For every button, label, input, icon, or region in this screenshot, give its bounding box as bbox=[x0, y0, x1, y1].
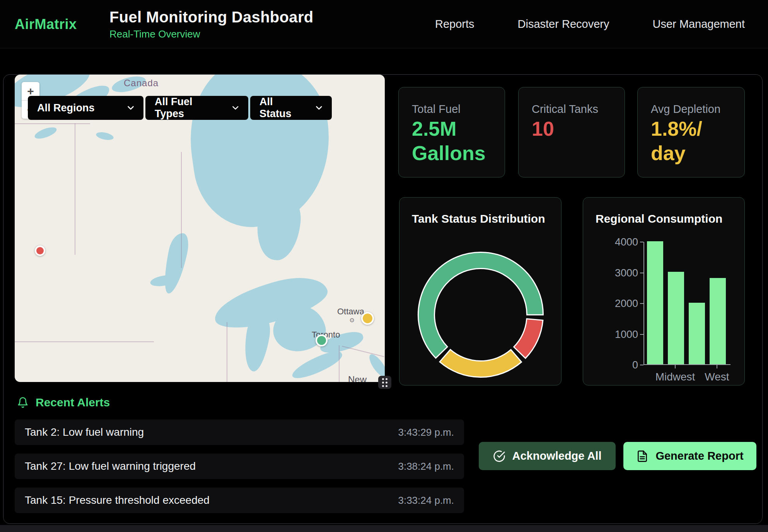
y-tick-label: 4000 bbox=[592, 236, 638, 248]
lake-shape bbox=[33, 125, 58, 141]
x-tick-mark bbox=[675, 365, 676, 368]
town-dot-icon: ⊙ bbox=[350, 317, 355, 324]
map-label-canada: Canada bbox=[124, 78, 159, 89]
generate-report-label: Generate Report bbox=[655, 450, 743, 462]
x-tick-label: Midwest bbox=[655, 371, 695, 383]
x-tick-mark bbox=[717, 365, 717, 368]
alert-timestamp: 3:33:24 p.m. bbox=[398, 494, 454, 506]
stat-value-line1: 2.5M bbox=[412, 118, 457, 140]
bar-Midwest bbox=[668, 272, 684, 364]
bell-icon bbox=[17, 396, 29, 409]
check-circle-icon bbox=[493, 450, 505, 462]
x-tick-label: West bbox=[705, 371, 729, 383]
stat-card-critical-tanks: Critical Tanks 10 bbox=[518, 87, 625, 177]
map-marker-normal[interactable] bbox=[316, 334, 328, 346]
fuel-type-filter-dropdown[interactable]: All Fuel Types bbox=[145, 96, 248, 120]
regional-consumption-bar-chart bbox=[643, 242, 730, 365]
tank-status-title: Tank Status Distribution bbox=[412, 212, 545, 225]
tank-status-card: Tank Status Distribution bbox=[399, 197, 561, 385]
nav-item-user-management[interactable]: User Management bbox=[652, 18, 745, 31]
file-text-icon bbox=[636, 450, 649, 462]
acknowledge-all-label: Acknowledge All bbox=[512, 450, 602, 462]
y-tick-mark bbox=[640, 303, 643, 304]
y-tick-mark bbox=[640, 273, 643, 273]
stat-label: Critical Tanks bbox=[532, 103, 598, 116]
recent-alerts-header: Recent Alerts bbox=[17, 396, 110, 409]
stat-value-line2: day bbox=[651, 142, 686, 164]
acknowledge-all-button[interactable]: Acknowledge All bbox=[479, 442, 616, 470]
y-tick-label: 2000 bbox=[592, 298, 638, 310]
lake-shape bbox=[96, 131, 114, 141]
brand-logo: AirMatrix bbox=[15, 0, 77, 48]
stat-card-total-fuel: Total Fuel 2.5M Gallons bbox=[398, 87, 505, 177]
y-tick-mark bbox=[640, 365, 643, 365]
lake-winnipeg-shape bbox=[160, 231, 191, 295]
status-filter-value: All Status bbox=[259, 96, 307, 120]
stat-value-line2: Gallons bbox=[412, 142, 486, 164]
alert-row[interactable]: Tank 2: Low fuel warning 3:43:29 p.m. bbox=[15, 419, 464, 445]
map-resize-handle[interactable] bbox=[378, 376, 391, 389]
recent-alerts-title: Recent Alerts bbox=[36, 396, 110, 409]
map-marker-critical[interactable] bbox=[35, 246, 45, 256]
stat-card-avg-depletion: Avg Depletion 1.8%/ day bbox=[637, 87, 745, 177]
page-title: Fuel Monitoring Dashboard bbox=[109, 9, 313, 26]
bar-series-1 bbox=[647, 241, 663, 364]
chevron-down-icon bbox=[126, 103, 136, 113]
boundary-line bbox=[15, 341, 154, 342]
alert-row[interactable]: Tank 27: Low fuel warning triggered 3:38… bbox=[15, 454, 464, 479]
chevron-down-icon bbox=[230, 103, 241, 113]
bar-series-3 bbox=[689, 303, 705, 364]
map-filter-bar: All Regions All Fuel Types All Status bbox=[28, 96, 332, 120]
stat-value: 10 bbox=[532, 117, 554, 141]
region-filter-value: All Regions bbox=[37, 102, 95, 114]
y-tick-mark bbox=[640, 242, 643, 242]
boundary-line bbox=[342, 346, 384, 357]
stat-label: Total Fuel bbox=[412, 103, 461, 116]
bar-West bbox=[710, 278, 726, 364]
y-tick-label: 1000 bbox=[592, 328, 638, 340]
alert-timestamp: 3:43:29 p.m. bbox=[398, 426, 454, 438]
stat-value-line1: 10 bbox=[532, 118, 554, 140]
boundary-line bbox=[339, 345, 340, 382]
stat-value: 2.5M Gallons bbox=[412, 117, 486, 165]
stat-label: Avg Depletion bbox=[651, 103, 720, 116]
donut-segment-warning bbox=[440, 350, 521, 377]
regional-consumption-card: Regional Consumption MidwestWest01000200… bbox=[583, 197, 745, 385]
region-filter-dropdown[interactable]: All Regions bbox=[28, 96, 143, 120]
y-tick-label: 3000 bbox=[592, 267, 638, 279]
alert-timestamp: 3:38:24 p.m. bbox=[398, 460, 454, 472]
lake-erie-shape bbox=[289, 347, 345, 382]
boundary-line bbox=[15, 123, 90, 124]
alert-message: Tank 15: Pressure threshold exceeded bbox=[25, 494, 210, 506]
alert-row[interactable]: Tank 15: Pressure threshold exceeded 3:3… bbox=[15, 488, 464, 513]
title-block: Fuel Monitoring Dashboard Real-Time Over… bbox=[109, 0, 313, 48]
fuel-type-filter-value: All Fuel Types bbox=[155, 96, 224, 120]
donut-segment-critical bbox=[514, 319, 543, 358]
dashboard-root: AirMatrix Fuel Monitoring Dashboard Real… bbox=[0, 0, 768, 532]
map-label-ottawa: Ottawa bbox=[337, 307, 364, 317]
regional-consumption-title: Regional Consumption bbox=[596, 212, 722, 225]
nav-item-disaster-recovery[interactable]: Disaster Recovery bbox=[518, 18, 609, 31]
boundary-line bbox=[75, 123, 75, 255]
stat-value-line1: 1.8%/ bbox=[651, 118, 702, 140]
y-tick-mark bbox=[640, 334, 643, 335]
map[interactable]: Canada Ottawa ⊙ Toronto New York + − All… bbox=[15, 75, 385, 382]
boundary-line bbox=[181, 152, 182, 268]
status-filter-dropdown[interactable]: All Status bbox=[250, 96, 332, 120]
nav-item-reports[interactable]: Reports bbox=[435, 18, 474, 31]
stat-value: 1.8%/ day bbox=[651, 117, 702, 165]
footer-strip bbox=[0, 525, 768, 532]
app-header: AirMatrix Fuel Monitoring Dashboard Real… bbox=[0, 0, 768, 48]
tank-status-donut-chart bbox=[415, 249, 546, 380]
alert-message: Tank 27: Low fuel warning triggered bbox=[25, 460, 196, 472]
main-nav: Reports Disaster Recovery User Managemen… bbox=[435, 0, 745, 48]
map-marker-warning[interactable] bbox=[361, 312, 374, 325]
generate-report-button[interactable]: Generate Report bbox=[623, 442, 756, 470]
boundary-line bbox=[227, 322, 227, 382]
page-subtitle: Real-Time Overview bbox=[109, 28, 313, 40]
y-tick-label: 0 bbox=[592, 359, 638, 371]
alert-message: Tank 2: Low fuel warning bbox=[25, 426, 144, 438]
chevron-down-icon bbox=[314, 103, 324, 113]
